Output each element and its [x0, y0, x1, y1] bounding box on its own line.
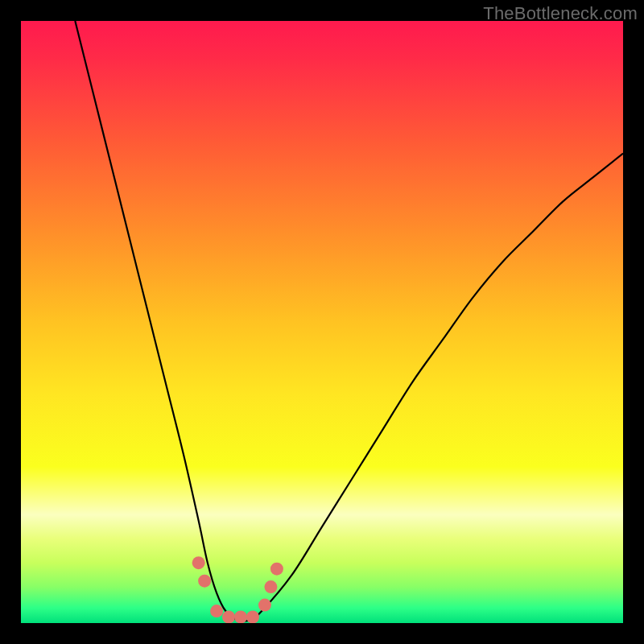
chart-point	[222, 611, 235, 623]
chart-point	[192, 556, 205, 569]
chart-point	[234, 611, 247, 623]
chart-plot-area	[21, 21, 623, 623]
attribution-text: TheBottleneck.com	[483, 3, 638, 24]
chart-point	[198, 575, 211, 588]
chart-point	[264, 580, 277, 593]
chart-frame	[21, 21, 623, 623]
chart-points	[21, 21, 623, 623]
chart-point	[258, 599, 271, 612]
chart-point	[270, 563, 283, 576]
chart-point	[210, 605, 223, 617]
chart-point	[246, 611, 259, 623]
